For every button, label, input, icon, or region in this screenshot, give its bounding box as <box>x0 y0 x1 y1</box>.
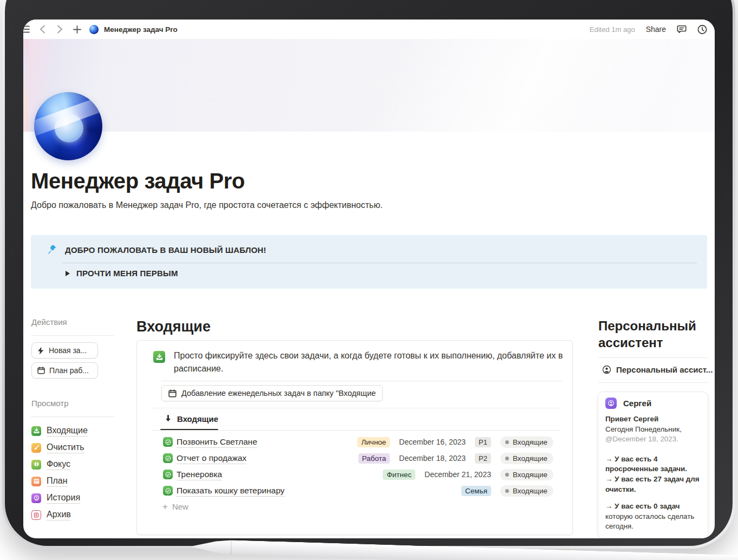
sidebar-item-inbox[interactable]: Входящие <box>31 422 118 439</box>
assistant-stat-overdue: → У вас есть 4 просроченные задачи. <box>605 454 701 474</box>
inbox-callout-text: Просто фиксируйте здесь свои задачи, а к… <box>174 349 568 375</box>
assistant-stat-week: → У вас есть 4 задач на этой неделе. <box>605 538 701 538</box>
page-icon <box>89 25 99 34</box>
calendar-icon <box>168 389 177 398</box>
sidebar-item-plan[interactable]: План <box>31 473 118 490</box>
task-title[interactable]: Показать кошку ветеринару <box>177 485 285 497</box>
lightning-icon <box>37 347 44 355</box>
history-clock-icon[interactable] <box>697 24 707 34</box>
inbox-callout: Просто фиксируйте здесь свои задачи, а к… <box>153 349 568 375</box>
sidebar-item-archive[interactable]: Архив <box>31 506 118 523</box>
button-label: План раб... <box>49 366 89 375</box>
sidebar-item-history[interactable]: История <box>31 490 118 506</box>
status-label: Входящие <box>513 438 547 446</box>
tag-badge: Семья <box>461 486 491 496</box>
sidebar-item-clean[interactable]: Очистить <box>31 439 118 456</box>
views-list: Входящие Очистить Фокус План История <box>31 422 118 523</box>
assistant-greeting: Привет Сергей <box>605 414 701 425</box>
assistant-stat-today: → У вас есть 0 задач которую осталось сд… <box>605 502 701 532</box>
divider <box>62 263 697 263</box>
stat-bold-text: → У вас есть 0 задач <box>605 502 680 510</box>
divider <box>151 408 560 408</box>
divider <box>598 382 708 383</box>
assistant-card: Сергей Привет Сергей Сегодня Понедельник… <box>598 392 708 538</box>
calendar-icon <box>31 477 41 486</box>
due-date: December 21, 2023 <box>424 470 491 479</box>
sidebar-item-label: Очистить <box>47 442 84 453</box>
actions-section-heading: Действия <box>31 317 67 327</box>
sidebar-item-focus[interactable]: Фокус <box>31 456 118 473</box>
new-tab-icon[interactable] <box>72 24 82 34</box>
status-dot-icon <box>505 473 509 477</box>
status-dot-icon <box>505 440 509 444</box>
status-label: Входящие <box>513 454 547 463</box>
page-subtitle: Добро пожаловать в Менеджер задач Pro, г… <box>31 200 383 210</box>
priority-badge: P1 <box>475 437 491 447</box>
sidebar-item-label: История <box>47 492 80 504</box>
inbox-icon <box>31 426 41 436</box>
new-task-row[interactable]: + New <box>162 502 188 511</box>
divider <box>31 416 114 417</box>
task-check-icon[interactable] <box>163 437 173 447</box>
back-icon[interactable] <box>37 24 47 34</box>
divider <box>151 430 560 431</box>
assistant-date-mention[interactable]: @December 18, 2023. <box>605 434 701 445</box>
page-tab-title: Менеджер задач Pro <box>104 25 178 34</box>
share-button[interactable]: Share <box>646 25 666 34</box>
status-badge: Входящие <box>500 437 553 448</box>
status-badge: Входящие <box>500 485 553 497</box>
archive-icon <box>31 510 41 520</box>
welcome-callout: ДОБРО ПОЖАЛОВАТЬ В ВАШ НОВЫЙ ШАБЛОН! ПРО… <box>31 235 707 289</box>
task-check-icon[interactable] <box>163 453 173 463</box>
sidebar-item-label: Входящие <box>47 425 88 437</box>
tab-inbox[interactable]: Входящие <box>164 414 218 424</box>
plan-work-button[interactable]: План раб... <box>31 362 98 379</box>
plus-icon: + <box>162 502 168 511</box>
assistant-user-name: Сергей <box>623 399 651 408</box>
status-label: Входящие <box>513 487 547 495</box>
comments-icon[interactable] <box>677 24 687 34</box>
down-arrow-icon <box>164 415 172 424</box>
task-title[interactable]: Позвонить Светлане <box>177 437 257 448</box>
table-row[interactable]: Показать кошку ветеринару Семья Входящие <box>137 483 572 499</box>
read-me-first-toggle[interactable]: ПРОЧТИ МЕНЯ ПЕРВЫМ <box>66 269 178 278</box>
task-check-icon[interactable] <box>163 486 173 496</box>
status-dot-icon <box>505 489 509 493</box>
task-table: Позвонить Светлане Личное December 16, 2… <box>137 434 572 499</box>
task-title[interactable]: Отчет о продажах <box>177 453 246 464</box>
table-row[interactable]: Позвонить Светлане Личное December 16, 2… <box>137 434 572 450</box>
table-row[interactable]: Тренеровка Фитнес December 21, 2023 Вход… <box>137 466 572 483</box>
automation-button-label: Добавление еженедельных задач в папку "В… <box>181 389 376 398</box>
page-title: Менеджер задач Pro <box>31 169 245 193</box>
toggle-label: ПРОЧТИ МЕНЯ ПЕРВЫМ <box>76 269 178 278</box>
sidebar-item-label: Архив <box>47 509 71 520</box>
browser-topbar: Менеджер задач Pro Edited 1m ago Share <box>23 19 715 39</box>
tab-label: Входящие <box>177 414 218 424</box>
button-label: Новая за... <box>49 346 87 355</box>
calendar-icon <box>37 367 45 374</box>
broom-icon <box>31 443 41 453</box>
divider <box>161 381 562 381</box>
person-circle-icon <box>602 365 611 374</box>
stat-bold-text: → У вас есть 4 просроченные задачи. <box>605 455 687 473</box>
stat-text: которую осталось сделать сегодня. <box>605 512 694 531</box>
weekly-tasks-automation-button[interactable]: Добавление еженедельных задач в папку "В… <box>161 385 383 401</box>
status-badge: Входящие <box>500 469 553 480</box>
inbox-icon <box>153 351 165 363</box>
assistant-selector-label: Персональный ассист... <box>616 365 713 374</box>
tablet-screen: Менеджер задач Pro Edited 1m ago Share М… <box>23 19 715 538</box>
assistant-selector[interactable]: Персональный ассист... <box>602 365 708 374</box>
status-dot-icon <box>505 457 509 460</box>
forward-icon[interactable] <box>55 24 64 34</box>
status-label: Входящие <box>513 471 547 479</box>
new-task-button[interactable]: Новая за... <box>31 342 98 359</box>
table-row[interactable]: Отчет о продажах Работа December 18, 202… <box>137 450 572 466</box>
inbox-heading: Входящие <box>136 318 211 335</box>
sidebar-item-label: План <box>47 476 68 487</box>
divider <box>598 357 708 358</box>
status-badge: Входящие <box>500 453 553 464</box>
task-title[interactable]: Тренеровка <box>177 469 222 480</box>
task-check-icon[interactable] <box>163 470 173 479</box>
welcome-title: ДОБРО ПОЖАЛОВАТЬ В ВАШ НОВЫЙ ШАБЛОН! <box>65 245 266 255</box>
views-section-heading: Просмотр <box>31 399 69 408</box>
